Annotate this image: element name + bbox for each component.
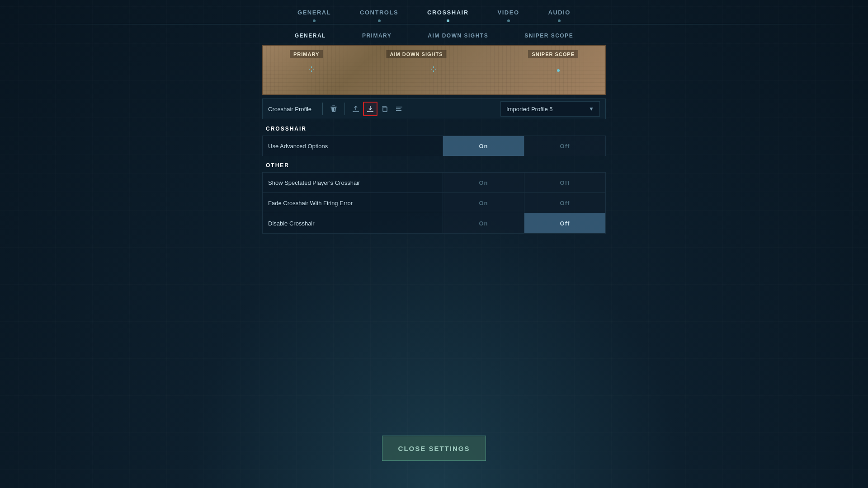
- svg-rect-10: [332, 106, 335, 107]
- toggle-off-disable-crosshair[interactable]: Off: [524, 213, 605, 233]
- sub-nav-general[interactable]: GENERAL: [277, 30, 344, 42]
- svg-point-8: [557, 69, 560, 72]
- preview-label-sniper: SNIPER SCOPE: [528, 50, 578, 58]
- nav-item-controls[interactable]: CONTROLS: [345, 5, 413, 19]
- section-header-crosshair: CROSSHAIR: [262, 119, 606, 136]
- svg-rect-11: [383, 107, 387, 112]
- copy-profile-button[interactable]: [377, 102, 392, 116]
- setting-controls-disable-crosshair: On Off: [443, 213, 605, 233]
- nav-item-audio[interactable]: AUDIO: [534, 5, 585, 19]
- profile-divider: [322, 103, 323, 115]
- chevron-down-icon: ▼: [589, 106, 594, 112]
- toggle-off-fade-crosshair[interactable]: Off: [524, 193, 605, 213]
- top-nav: GENERAL CONTROLS CROSSHAIR VIDEO AUDIO: [253, 0, 615, 19]
- toggle-on-disable-crosshair[interactable]: On: [443, 213, 524, 233]
- crosshair-ads: [430, 66, 437, 75]
- setting-controls-fade-crosshair: On Off: [443, 193, 605, 213]
- crosshair-preview: PRIMARY AIM DOWN SIGHTS SNIPER SCOPE: [262, 45, 606, 95]
- main-container: GENERAL CONTROLS CROSSHAIR VIDEO AUDIO G…: [0, 0, 868, 488]
- profile-divider-2: [344, 103, 345, 115]
- close-settings-button[interactable]: CLOSE SETTINGS: [382, 436, 486, 461]
- toggle-on-fade-crosshair[interactable]: On: [443, 193, 524, 213]
- sub-nav-primary[interactable]: PRIMARY: [344, 30, 410, 42]
- sub-nav-ads[interactable]: AIM DOWN SIGHTS: [410, 30, 506, 42]
- crosshair-primary: [308, 66, 315, 75]
- nav-item-crosshair[interactable]: CROSSHAIR: [413, 5, 483, 19]
- setting-use-advanced-options: Use Advanced Options On Off: [262, 136, 606, 156]
- upload-profile-button[interactable]: [349, 102, 363, 116]
- nav-item-video[interactable]: VIDEO: [483, 5, 534, 19]
- setting-label-use-advanced: Use Advanced Options: [263, 136, 443, 156]
- preview-label-ads: AIM DOWN SIGHTS: [386, 50, 446, 58]
- profile-selector[interactable]: Imported Profile 5 ▼: [500, 101, 600, 117]
- toggle-off-show-spectated[interactable]: Off: [524, 173, 605, 192]
- toggle-off-use-advanced[interactable]: Off: [524, 136, 605, 156]
- section-header-other: OTHER: [262, 156, 606, 172]
- nav-item-general[interactable]: GENERAL: [283, 5, 345, 19]
- delete-profile-button[interactable]: [326, 102, 341, 116]
- setting-disable-crosshair: Disable Crosshair On Off: [262, 213, 606, 234]
- settings-panel: Crosshair Profile: [262, 99, 606, 234]
- setting-controls-show-spectated: On Off: [443, 173, 605, 192]
- profile-row: Crosshair Profile: [262, 99, 606, 119]
- preview-label-primary: PRIMARY: [290, 50, 323, 58]
- import-code-button[interactable]: [392, 102, 406, 116]
- setting-label-disable-crosshair: Disable Crosshair: [263, 213, 443, 233]
- toggle-on-use-advanced[interactable]: On: [443, 136, 524, 156]
- profile-label: Crosshair Profile: [268, 106, 311, 113]
- setting-label-show-spectated: Show Spectated Player's Crosshair: [263, 173, 443, 192]
- sub-nav-sniper[interactable]: SNIPER SCOPE: [506, 30, 591, 42]
- svg-rect-14: [396, 110, 401, 111]
- toggle-on-show-spectated[interactable]: On: [443, 173, 524, 192]
- setting-controls-use-advanced: On Off: [443, 136, 605, 156]
- download-profile-button[interactable]: [363, 102, 377, 116]
- svg-rect-13: [396, 108, 401, 109]
- svg-rect-12: [396, 107, 402, 108]
- setting-show-spectated: Show Spectated Player's Crosshair On Off: [262, 172, 606, 192]
- crosshair-sniper: [557, 66, 560, 74]
- setting-label-fade-crosshair: Fade Crosshair With Firing Error: [263, 193, 443, 213]
- profile-selected-label: Imported Profile 5: [506, 106, 585, 113]
- setting-fade-crosshair: Fade Crosshair With Firing Error On Off: [262, 192, 606, 213]
- sub-nav: GENERAL PRIMARY AIM DOWN SIGHTS SNIPER S…: [253, 30, 615, 42]
- svg-rect-9: [330, 107, 337, 108]
- nav-divider: [0, 24, 868, 24]
